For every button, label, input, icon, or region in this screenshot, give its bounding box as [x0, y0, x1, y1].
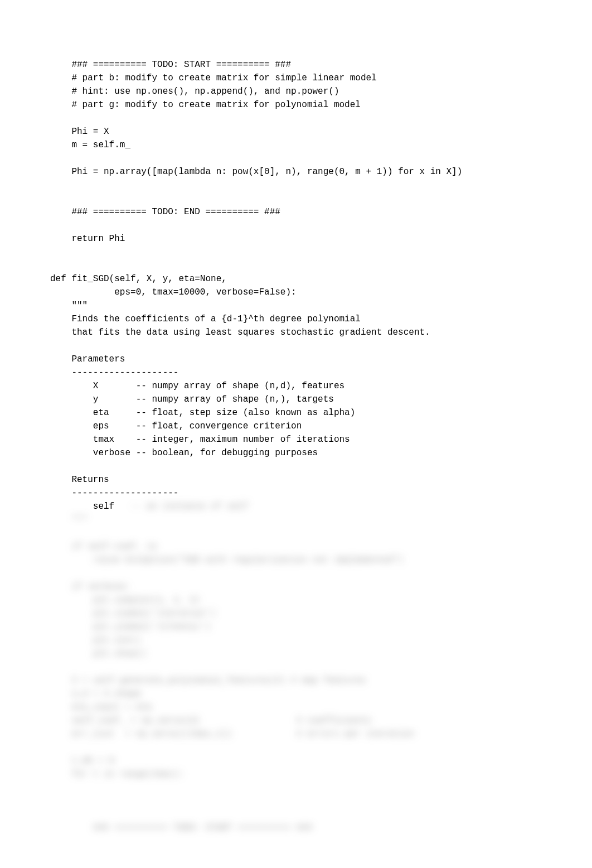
- code-line: --------------------: [50, 488, 178, 498]
- blurred-line: self.coef_ = np.zeros(d) # coefficients: [50, 716, 371, 726]
- blurred-line: t_OK = 0: [50, 756, 114, 766]
- code-line: def fit_SGD(self, X, y, eta=None,: [50, 274, 227, 284]
- code-line: return Phi: [50, 234, 125, 244]
- code-line: eps -- float, convergence criterion: [50, 421, 302, 431]
- blurred-line: ### ========== TODO: START ========== ##…: [50, 823, 312, 833]
- blurred-line: raise Exception("SGD with regularization…: [50, 555, 404, 565]
- blurred-line: plt.show(): [50, 649, 147, 659]
- code-line: # hint: use np.ones(), np.append(), and …: [50, 86, 339, 97]
- code-block: ### ========== TODO: START ========== ##…: [50, 45, 462, 513]
- blurred-line: if verbose:: [50, 582, 130, 592]
- code-line: --------------------: [50, 368, 178, 378]
- code-line: # part b: modify to create matrix for si…: [50, 73, 377, 83]
- code-line: Returns: [50, 475, 109, 485]
- blurred-code-region: """ if self.coef_ is raise Exception("SG…: [50, 500, 414, 835]
- code-line: # part g: modify to create matrix for po…: [50, 100, 361, 110]
- code-line: tmax -- integer, maximum number of itera…: [50, 435, 350, 445]
- blurred-line: eta_input = eta: [50, 702, 152, 712]
- code-line: eps=0, tmax=10000, verbose=False):: [50, 287, 297, 297]
- blurred-line: plt.ylabel('J(theta)'): [50, 622, 211, 632]
- blurred-line: """: [50, 515, 88, 525]
- blurred-line: plt.ion(): [50, 635, 141, 645]
- blurred-line: plt.subplot(1, 2, 2): [50, 595, 200, 605]
- blurred-line: n,d = X.shape: [50, 689, 141, 699]
- code-line: ### ========== TODO: START ========== ##…: [50, 60, 291, 70]
- code-line: Phi = X: [50, 127, 109, 137]
- code-line: eta -- float, step size (also known as a…: [50, 408, 355, 418]
- blurred-line: err_list = np.zeros((tmax,1)) # errors p…: [50, 729, 414, 739]
- code-line: Finds the coefficients of a {d-1}^th deg…: [50, 314, 361, 324]
- code-line: Parameters: [50, 354, 125, 364]
- blurred-line: plt.xlabel('iteration'): [50, 609, 216, 619]
- code-line: X -- numpy array of shape (n,d), feature…: [50, 381, 344, 391]
- code-line: Phi = np.array([map(lambda n: pow(x[0], …: [50, 167, 462, 177]
- document-page: ### ========== TODO: START ========== ##…: [0, 0, 592, 868]
- code-line: ### ========== TODO: END ========== ###: [50, 207, 280, 217]
- code-line: m = self.m_: [50, 140, 130, 150]
- code-line: verbose -- boolean, for debugging purpos…: [50, 448, 318, 458]
- blurred-line: for t in range(tmax):: [50, 769, 184, 779]
- blurred-line: if self.coef_ is: [50, 542, 157, 552]
- blurred-line: X = self.generate_polynomial_features(X)…: [50, 676, 366, 686]
- code-line: y -- numpy array of shape (n,), targets: [50, 394, 334, 404]
- code-line: that fits the data using least squares s…: [50, 327, 430, 337]
- code-line: """: [50, 301, 88, 311]
